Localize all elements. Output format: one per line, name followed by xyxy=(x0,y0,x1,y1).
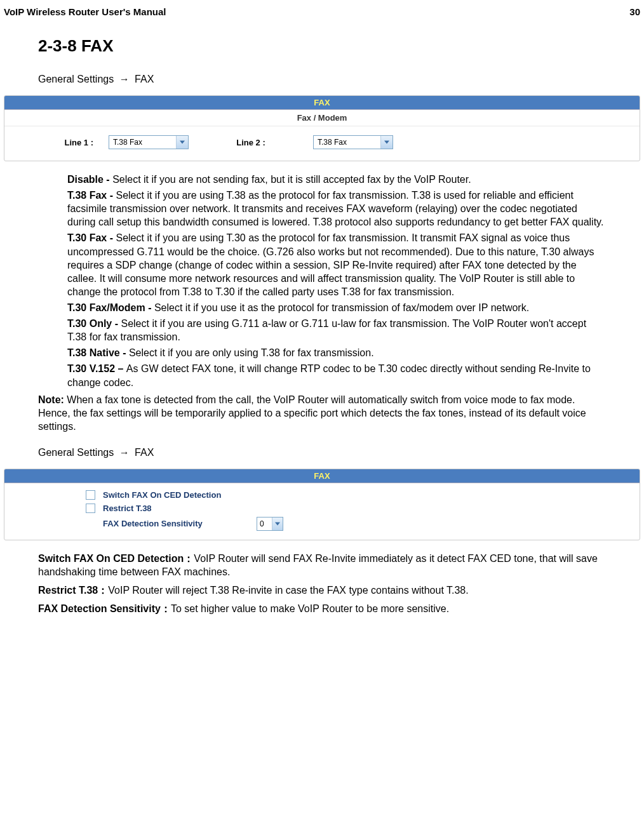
def-body: Select it if you are using G.711 a-law o… xyxy=(67,318,586,342)
def-body: Select it if you use it as the protocol … xyxy=(154,302,529,313)
arrow-separator: → xyxy=(117,447,132,458)
breadcrumb-part-a: General Settings xyxy=(38,447,114,458)
restrict-t38-checkbox[interactable] xyxy=(86,504,95,513)
sensitivity-dropdown[interactable]: 0 xyxy=(257,517,283,531)
line2-label: Line 2 : xyxy=(200,138,302,147)
panel-body: Line 1 : T.38 Fax Line 2 : T.38 Fax xyxy=(4,126,640,161)
panel-title: FAX xyxy=(4,469,640,483)
def-body: Select it if you are using T.30 as the p… xyxy=(67,232,594,297)
section-heading: 2-3-8 FAX xyxy=(38,36,606,56)
note-block: Note: When a fax tone is detected from t… xyxy=(38,393,606,433)
term: T.38 Fax - xyxy=(67,190,116,201)
def-t30faxmodem: T.30 Fax/Modem - Select it if you use it… xyxy=(67,301,606,314)
chevron-down-icon xyxy=(272,518,283,530)
note-text: Note: When a fax tone is detected from t… xyxy=(38,393,606,433)
manual-title: VoIP Wireless Router User's Manual xyxy=(4,6,166,17)
desc-body: To set higher value to make VoIP Router … xyxy=(171,603,449,614)
def-t30fax: T.30 Fax - Select it if you are using T.… xyxy=(67,231,606,298)
line1-dropdown[interactable]: T.38 Fax xyxy=(109,135,189,149)
def-body: Select it if you are only using T.38 for… xyxy=(129,347,374,358)
breadcrumb-part-b: FAX xyxy=(135,447,154,458)
note-body: When a fax tone is detected from the cal… xyxy=(38,394,586,432)
def-body: As GW detect FAX tone, it will change RT… xyxy=(67,363,591,387)
page-header: VoIP Wireless Router User's Manual 30 xyxy=(0,0,644,21)
term: Restrict T.38： xyxy=(38,585,108,596)
term: T.30 Fax - xyxy=(67,232,116,243)
switch-fax-checkbox[interactable] xyxy=(86,490,95,500)
def-t30only: T.30 Only - Select it if you are using G… xyxy=(67,317,606,344)
term: T.30 V.152 – xyxy=(67,363,126,374)
restrict-t38-label: Restrict T.38 xyxy=(103,504,152,513)
def-disable: Disable - Select it if you are not sendi… xyxy=(67,173,606,186)
fax-panel: FAX Fax / Modem Line 1 : T.38 Fax Line 2… xyxy=(4,95,640,161)
term: Switch FAX On CED Detection： xyxy=(38,553,194,564)
page-number: 30 xyxy=(629,6,640,17)
line2-value: T.38 Fax xyxy=(314,138,380,147)
def-t38fax: T.38 Fax - Select it if you are using T.… xyxy=(67,189,606,229)
desc-body: VoIP Router will reject T.38 Re-invite i… xyxy=(108,585,468,596)
sensitivity-value: 0 xyxy=(257,519,272,528)
panel-subtitle: Fax / Modem xyxy=(4,110,640,126)
term: T.30 Fax/Modem - xyxy=(67,302,154,313)
def-body: Select it if you are using T.38 as the p… xyxy=(67,190,603,227)
term: T.30 Only - xyxy=(67,318,121,329)
switch-fax-label: Switch FAX On CED Detection xyxy=(103,490,221,500)
term: FAX Detection Sensitivity： xyxy=(38,603,171,614)
desc-sensitivity: FAX Detection Sensitivity：To set higher … xyxy=(38,602,606,615)
breadcrumb: General Settings → FAX xyxy=(38,74,606,85)
note-term: Note: xyxy=(38,394,64,405)
def-body: Select it if you are not sending fax, bu… xyxy=(112,174,471,185)
panel-title: FAX xyxy=(4,96,640,110)
chevron-down-icon xyxy=(380,136,392,149)
switch-fax-row: Switch FAX On CED Detection xyxy=(4,488,640,502)
fax-panel-2: FAX Switch FAX On CED Detection Restrict… xyxy=(4,469,640,540)
descriptions-2: Switch FAX On CED Detection：VoIP Router … xyxy=(38,552,606,615)
breadcrumb-part-a: General Settings xyxy=(38,74,114,84)
line1-value: T.38 Fax xyxy=(109,138,176,147)
sensitivity-label: FAX Detection Sensitivity xyxy=(103,519,249,528)
desc-restrict-t38: Restrict T.38：VoIP Router will reject T.… xyxy=(38,584,606,597)
def-t38native: T.38 Native - Select it if you are only … xyxy=(67,346,606,359)
line1-label: Line 1 : xyxy=(4,138,97,147)
breadcrumb-part-b: FAX xyxy=(135,74,154,84)
breadcrumb: General Settings → FAX xyxy=(38,447,606,458)
term: T.38 Native - xyxy=(67,347,129,358)
definitions-list: Disable - Select it if you are not sendi… xyxy=(38,173,606,389)
term: Disable - xyxy=(67,174,112,185)
sensitivity-row: FAX Detection Sensitivity 0 xyxy=(4,515,640,540)
chevron-down-icon xyxy=(176,136,188,149)
restrict-t38-row: Restrict T.38 xyxy=(4,502,640,515)
def-t30v152: T.30 V.152 – As GW detect FAX tone, it w… xyxy=(67,362,606,389)
line2-dropdown[interactable]: T.38 Fax xyxy=(313,135,393,149)
desc-switch-fax: Switch FAX On CED Detection：VoIP Router … xyxy=(38,552,606,578)
arrow-separator: → xyxy=(117,74,132,84)
